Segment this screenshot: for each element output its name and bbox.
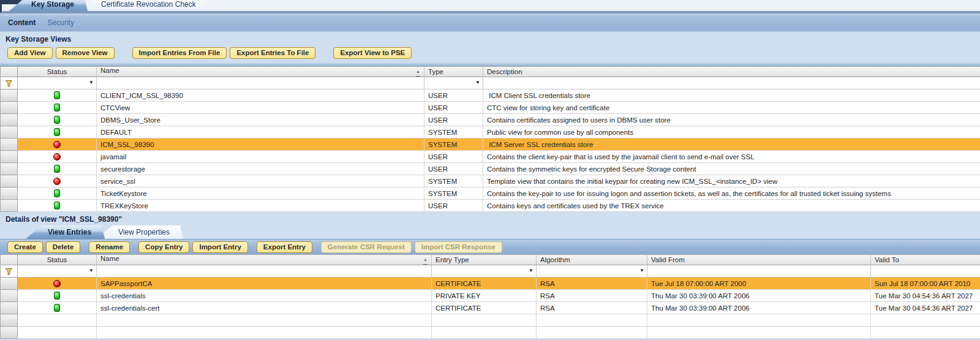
import-entry-button[interactable]: Import Entry: [192, 241, 247, 253]
table-row-icm-ssl-selected[interactable]: ICM_SSL_98390 SYSTEM ICM Server SSL cred…: [1, 138, 980, 151]
tab-key-storage[interactable]: Key Storage: [9, 0, 88, 11]
row-selector[interactable]: [1, 200, 18, 212]
row-selector[interactable]: [1, 89, 18, 102]
dropdown-arrow-icon[interactable]: ▼: [639, 268, 644, 273]
table-row-client-icm-ssl[interactable]: CLIENT_ICM_SSL_98390 USER ICM Client SSL…: [1, 89, 980, 102]
row-selector[interactable]: [1, 126, 18, 138]
views-header-selector: [1, 67, 18, 77]
table-row-default[interactable]: DEFAULT SYSTEM Public view for common us…: [1, 126, 980, 138]
cell-valid-from: Thu Mar 30 03:39:00 ART 2006: [647, 302, 871, 314]
table-row-ssl-credentials[interactable]: ssl-credentials PRIVATE KEY RSA Thu Mar …: [1, 290, 980, 302]
export-entries-to-file-button[interactable]: Export Entries To File: [230, 47, 315, 59]
table-row-securestorage[interactable]: securestorage USER Contains the symmetri…: [1, 163, 980, 175]
nav-security[interactable]: Security: [48, 18, 74, 27]
row-selector[interactable]: [1, 187, 18, 200]
views-header-description[interactable]: Description: [483, 67, 980, 77]
key-storage-views-table: Status Name▲ Type Description ▼ ▼ CLIENT…: [0, 66, 980, 212]
entries-filter-valid-to[interactable]: [871, 265, 980, 278]
cell-name: ssl-credentials: [97, 290, 432, 302]
create-button[interactable]: Create: [7, 241, 43, 253]
add-view-button[interactable]: Add View: [7, 47, 53, 59]
dropdown-arrow-icon[interactable]: ▼: [89, 80, 94, 85]
row-selector[interactable]: [1, 175, 18, 187]
dropdown-arrow-icon[interactable]: ▼: [89, 268, 94, 273]
entries-header-status[interactable]: Status: [18, 255, 97, 265]
cell-name: CLIENT_ICM_SSL_98390: [97, 89, 424, 102]
table-row-ticketkeystore[interactable]: TicketKeystore SYSTEM Contains the key-p…: [1, 187, 980, 200]
status-led-red: [53, 153, 61, 161]
cell-name: service_ssl: [97, 175, 424, 187]
views-filter-description[interactable]: [483, 77, 980, 89]
delete-button[interactable]: Delete: [46, 241, 81, 253]
cell-type: SYSTEM: [424, 187, 483, 200]
cell-name: ssl-credentials-cert: [97, 302, 432, 314]
views-filter-type[interactable]: ▼: [424, 77, 483, 89]
table-row-javamail[interactable]: javamail USER Contains the client key-pa…: [1, 151, 980, 163]
cell-description: Contains the symmetric keys for encrypte…: [483, 163, 980, 175]
row-selector[interactable]: [1, 151, 18, 163]
tab-view-properties[interactable]: View Properties: [96, 225, 183, 239]
import-entries-from-file-button[interactable]: Import Entries From File: [132, 47, 227, 59]
entries-header-entry-type[interactable]: Entry Type: [432, 255, 537, 265]
status-led-green: [54, 292, 60, 300]
table-row-ssl-credentials-cert[interactable]: ssl-credentials-cert CERTIFICATE RSA Thu…: [1, 302, 980, 314]
views-header-status[interactable]: Status: [18, 67, 97, 77]
status-led-red: [53, 280, 61, 287]
row-selector[interactable]: [1, 114, 18, 126]
table-row-service-ssl[interactable]: service_ssl SYSTEM Template view that co…: [1, 175, 980, 187]
entries-header-algorithm[interactable]: Algorithm: [537, 255, 647, 265]
row-selector: [1, 314, 18, 327]
entries-filter-algorithm[interactable]: ▼: [537, 265, 647, 278]
views-header-type[interactable]: Type: [424, 67, 483, 77]
cell-description: CTC view for storing key and certificate: [483, 102, 980, 114]
remove-view-button[interactable]: Remove View: [56, 47, 115, 59]
entries-filter-name[interactable]: [97, 265, 432, 278]
tab-certificate-revocation-check-label: Certificate Revocation Check: [101, 0, 196, 9]
row-selector[interactable]: [1, 138, 18, 151]
row-selector[interactable]: [1, 302, 18, 314]
dropdown-arrow-icon[interactable]: ▼: [475, 80, 480, 85]
import-csr-response-button: Import CSR Response: [415, 241, 502, 253]
status-led-green: [54, 128, 60, 136]
table-row-dbms-user-store[interactable]: DBMS_User_Store USER Contains certificat…: [1, 114, 980, 126]
export-view-to-pse-button[interactable]: Export View to PSE: [333, 47, 412, 59]
cell-description: Contains certificates assigned to users …: [483, 114, 980, 126]
row-selector[interactable]: [1, 163, 18, 175]
nav-content[interactable]: Content: [8, 18, 36, 27]
views-filter-status[interactable]: ▼: [18, 77, 97, 89]
table-row-trexkeystore[interactable]: TREXKeyStore USER Contains keys and cert…: [1, 200, 980, 212]
row-selector[interactable]: [1, 278, 18, 290]
status-led-red: [53, 178, 61, 185]
cell-description: Contains the key-pair to use for issuing…: [483, 187, 980, 200]
tab-certificate-revocation-check[interactable]: Certificate Revocation Check: [79, 0, 209, 11]
rename-button[interactable]: Rename: [89, 241, 130, 253]
entries-header-valid-from[interactable]: Valid From: [647, 255, 871, 265]
export-entry-button[interactable]: Export Entry: [257, 241, 312, 253]
copy-entry-button[interactable]: Copy Entry: [138, 241, 189, 253]
entries-header-name[interactable]: Name▲: [97, 255, 432, 265]
entries-header-valid-to[interactable]: Valid To: [871, 255, 980, 265]
table-row-ctcview[interactable]: CTCView USER CTC view for storing key an…: [1, 102, 980, 114]
filter-funnel-cell[interactable]: [1, 265, 18, 278]
details-toolbar: Create Delete Rename Copy Entry Import E…: [0, 239, 980, 254]
view-entries-table: Status Name▲ Entry Type Algorithm Valid …: [0, 254, 980, 339]
cell-entry-type: PRIVATE KEY: [432, 290, 537, 302]
entries-filter-valid-from[interactable]: [647, 265, 871, 278]
row-selector[interactable]: [1, 290, 18, 302]
cell-name: securestorage: [97, 163, 424, 175]
views-filter-name[interactable]: [97, 77, 424, 89]
cell-name: TREXKeyStore: [97, 200, 424, 212]
filter-funnel-cell[interactable]: [1, 77, 18, 89]
content-security-bar: Content Security: [0, 13, 980, 32]
dropdown-arrow-icon[interactable]: ▼: [529, 268, 533, 273]
cell-type: SYSTEM: [424, 126, 483, 138]
row-selector[interactable]: [1, 102, 18, 114]
status-led-green: [54, 91, 60, 99]
cell-type: USER: [424, 163, 483, 175]
entries-filter-entry-type[interactable]: ▼: [432, 265, 537, 278]
views-header-name[interactable]: Name▲: [97, 67, 424, 77]
table-row-sappassportca-selected[interactable]: SAPPassportCA CERTIFICATE RSA Tue Jul 18…: [1, 278, 980, 290]
tab-view-entries[interactable]: View Entries: [26, 225, 105, 239]
cell-name: ICM_SSL_98390: [97, 138, 424, 151]
entries-filter-status[interactable]: ▼: [18, 265, 97, 278]
